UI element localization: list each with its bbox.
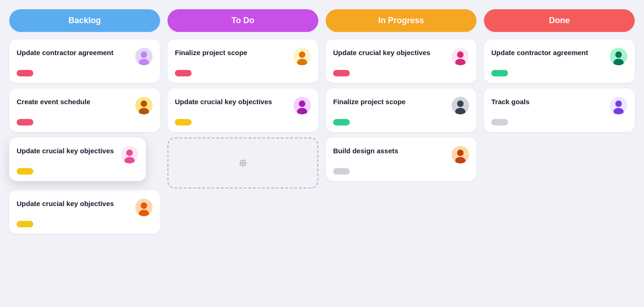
card-ip1[interactable]: Update crucial key objectives	[326, 39, 477, 83]
avatar	[293, 48, 311, 65]
drag-cursor-icon: ⊕	[239, 157, 247, 169]
avatar-partial	[135, 199, 153, 216]
svg-point-28	[615, 51, 622, 58]
svg-point-19	[457, 51, 464, 58]
drag-placeholder: ⊕	[167, 138, 318, 188]
dragging-card[interactable]: Update crucial key objectives	[9, 138, 146, 181]
card-b1[interactable]: Update contractor agreement	[9, 39, 160, 83]
card-title: Create event schedule	[17, 97, 135, 107]
svg-point-13	[299, 51, 305, 58]
card-title: Update contractor agreement	[491, 48, 610, 57]
card-tag	[491, 70, 508, 76]
card-row: Build design assets	[333, 146, 469, 163]
svg-point-7	[126, 150, 133, 156]
card-title: Finalize project scope	[175, 48, 293, 57]
card-row: Track goals	[491, 97, 627, 114]
svg-point-10	[141, 202, 147, 209]
card-tag	[333, 70, 350, 76]
card-tag-dragging	[17, 168, 33, 175]
svg-point-25	[457, 150, 464, 156]
column-header-done: Done	[484, 9, 635, 32]
card-row: Update contractor agreement	[491, 48, 627, 65]
card-tag	[333, 119, 350, 125]
card-tag	[175, 119, 192, 125]
card-title: Finalize project scope	[333, 97, 452, 107]
avatar	[452, 146, 469, 163]
column-backlog: Backlog Update contractor agreement	[9, 9, 160, 234]
avatar-dragging	[121, 146, 138, 163]
card-row: Finalize project scope	[333, 97, 469, 114]
card-title-partial: Update crucial key objectives	[17, 199, 135, 208]
card-tag	[17, 70, 33, 76]
avatar	[135, 97, 153, 114]
card-row: Update crucial key objectives	[175, 97, 311, 114]
card-b2[interactable]: Create event schedule	[9, 88, 160, 132]
card-d2[interactable]: Track goals	[484, 88, 635, 132]
svg-point-4	[141, 100, 147, 107]
card-row: Update contractor agreement	[17, 48, 153, 65]
avatar	[452, 97, 469, 114]
card-tag	[491, 119, 508, 125]
avatar	[610, 48, 627, 65]
column-header-backlog: Backlog	[9, 9, 160, 32]
dragging-area: Update crucial key objectives	[9, 138, 160, 181]
card-tag-partial	[17, 221, 33, 227]
column-header-inprogress: In Progress	[326, 9, 477, 32]
card-title: Update contractor agreement	[17, 48, 135, 57]
done-cards: Update contractor agreement Track goals	[484, 39, 635, 132]
avatar	[293, 97, 311, 114]
avatar	[610, 97, 627, 114]
card-ip3[interactable]: Build design assets	[326, 138, 477, 181]
column-header-todo: To Do	[167, 9, 318, 32]
card-title-dragging: Update crucial key objectives	[17, 146, 121, 156]
card-row: Finalize project scope	[175, 48, 311, 65]
card-tag	[17, 119, 33, 125]
card-row: Create event schedule	[17, 97, 153, 114]
avatar	[135, 48, 153, 65]
kanban-board: Backlog Update contractor agreement	[9, 9, 635, 234]
card-row: Update crucial key objectives	[17, 199, 153, 216]
card-d1[interactable]: Update contractor agreement	[484, 39, 635, 83]
card-t2[interactable]: Update crucial key objectives	[167, 88, 318, 132]
svg-point-1	[141, 51, 147, 58]
backlog-cards: Update contractor agreement Create event…	[9, 39, 160, 234]
card-tag	[333, 168, 350, 175]
column-inprogress: In Progress Update crucial key objective…	[326, 9, 477, 234]
svg-point-16	[299, 100, 305, 107]
todo-cards: Finalize project scope Update crucial ke…	[167, 39, 318, 188]
card-row: Update crucial key objectives	[17, 146, 138, 163]
card-tag	[175, 70, 192, 76]
card-row: Update crucial key objectives	[333, 48, 469, 65]
card-title: Track goals	[491, 97, 610, 107]
card-title: Build design assets	[333, 146, 452, 156]
svg-point-22	[457, 100, 464, 107]
column-done: Done Update contractor agreement	[484, 9, 635, 234]
card-t1[interactable]: Finalize project scope	[167, 39, 318, 83]
card-ip2[interactable]: Finalize project scope	[326, 88, 477, 132]
card-title: Update crucial key objectives	[175, 97, 293, 107]
column-todo: To Do Finalize project scope	[167, 9, 318, 234]
card-title: Update crucial key objectives	[333, 48, 452, 57]
inprogress-cards: Update crucial key objectives Finalize p…	[326, 39, 477, 181]
card-partial[interactable]: Update crucial key objectives	[9, 190, 160, 234]
svg-point-31	[615, 100, 622, 107]
avatar	[452, 48, 469, 65]
